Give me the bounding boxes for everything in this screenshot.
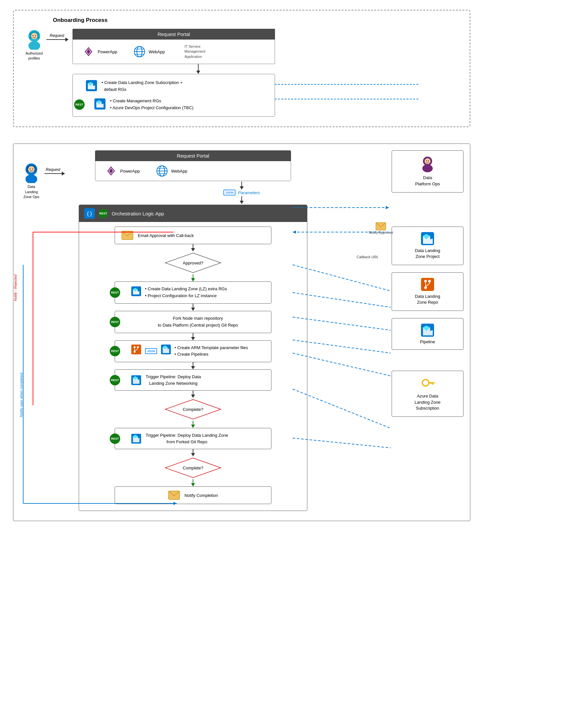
notify-rejected-label: Notify - Rejected	[13, 275, 17, 301]
rest-badge-arm: REST	[110, 346, 120, 356]
svg-marker-57	[191, 366, 195, 369]
json-badge-params: JSON	[223, 190, 235, 196]
powerapp-label-2: PowerApp	[120, 169, 140, 174]
rest-badge-tp2: REST	[110, 434, 120, 444]
request-portal-1: Request Portal PowerApp	[73, 29, 275, 64]
right-box-data-platform-ops: Data Platform Ops	[392, 150, 464, 192]
dlz-ops-icon	[23, 163, 40, 183]
authorized-person-label: Authorized profiles	[26, 51, 43, 61]
azure-devops-project-icon	[421, 232, 434, 245]
dlz-project-label: Data Landing Zone Project	[415, 248, 440, 260]
powerapp-item-1: PowerApp	[83, 46, 117, 57]
svg-point-22	[26, 175, 37, 183]
svg-point-4	[31, 33, 37, 39]
step2-wrapper: REST • Create Management RGs• Azure DevO…	[79, 98, 268, 111]
svg-marker-16	[196, 71, 200, 74]
authorized-person-icon	[26, 30, 43, 50]
azure-devops-icon-2	[94, 98, 106, 109]
onboarding-title: Onboarding Process	[53, 17, 460, 24]
fork-node-label: Fork Node main repository to Data Platfo…	[158, 316, 238, 328]
request-arrow-2: Request	[45, 173, 62, 174]
logic-app-icon: {}	[84, 208, 95, 219]
portal2-header: Request Portal	[95, 150, 291, 161]
rest-badge-lz: REST	[110, 287, 120, 298]
notify-approver-label: Notify Approver	[369, 231, 393, 234]
orch-flow: Email Approval with Call-back Approved?	[79, 227, 307, 504]
person-purple-icon	[420, 156, 435, 172]
approved-label: Approved?	[183, 261, 203, 265]
svg-point-25	[32, 169, 33, 170]
trigger-pipeline-2-box: REST Trigger Pipeline: Deploy Data Landi…	[115, 428, 271, 449]
dlz-ops-person: Data Landing Zone Ops	[17, 163, 46, 200]
portal2-apps: PowerApp WebApp	[95, 161, 291, 181]
notify-completed-label: Notify user when completed	[19, 373, 23, 417]
rest-badge-tp1: REST	[110, 375, 120, 385]
request-arrow-1: Request	[46, 39, 66, 40]
fork-node-box: REST Fork Node main repository to Data P…	[115, 311, 271, 333]
pipeline-icon-tp2	[131, 434, 141, 444]
onboarding-section: Onboarding Process	[13, 10, 470, 127]
webapp-icon-2	[156, 165, 168, 177]
it-service-label-1: IT Service Management Application	[185, 44, 205, 59]
full-diagram: Onboarding Process	[13, 10, 575, 521]
powerapp-item-2: PowerApp	[105, 165, 140, 177]
dlz-repo-label: Data Landing Zone Repo	[415, 293, 440, 305]
email-approval-box: Email Approval with Call-back	[115, 227, 271, 244]
complete1-label: Complete?	[183, 407, 203, 412]
trigger-pipeline-1-label: Trigger Pipeline: Deploy Data Landing Zo…	[146, 374, 201, 386]
dashed-right-2	[275, 99, 418, 99]
step1-text: • Create Data Landing Zone Subscription …	[102, 79, 183, 93]
main-flow: Request Portal PowerApp	[71, 150, 315, 511]
portal1-header: Request Portal	[73, 29, 275, 40]
svg-point-72	[422, 164, 433, 172]
git-fork-icon	[131, 344, 141, 354]
request-portal-2: Request Portal PowerApp	[95, 150, 291, 181]
complete2-label: Complete?	[183, 466, 203, 470]
webapp-item-1: WebApp	[134, 46, 165, 57]
svg-marker-47	[191, 308, 195, 311]
authorized-person: Authorized profiles	[20, 30, 48, 61]
create-arm-text: • Create ARM Template parameter files • …	[175, 344, 248, 358]
svg-marker-34	[240, 186, 244, 190]
svg-point-6	[35, 35, 36, 36]
notify-completion-box: Notify Completion	[115, 487, 271, 504]
webapp-item-2: WebApp	[156, 165, 188, 177]
email-icon-2	[168, 491, 180, 500]
svg-marker-41	[191, 248, 195, 251]
step2-text: • Create Management RGs• Azure DevOps Pr…	[110, 98, 193, 111]
steps-box-1: • Create Data Landing Zone Subscription …	[73, 74, 275, 117]
right-box-pipeline: Pipeline	[392, 318, 464, 350]
webapp-label-1: WebApp	[148, 49, 165, 54]
svg-point-73	[424, 158, 431, 164]
pipeline-icon-arm	[161, 344, 171, 354]
svg-marker-44	[191, 278, 195, 282]
notify-email-icon	[376, 222, 386, 231]
rest-badge-1: REST	[74, 99, 85, 110]
svg-point-24	[30, 169, 31, 170]
rest-badge-fork: REST	[110, 317, 120, 327]
azure-dlz-subscription-label: Azure Data Landing Zone Subscription	[414, 393, 441, 411]
orchestration-header: {} REST Orchestration Logic App	[79, 205, 307, 222]
approved-diamond-wrapper: Approved?	[164, 251, 222, 274]
json-badge-arm: JSON	[145, 348, 157, 354]
trigger-pipeline-1-box: REST Trigger Pipeline: Deploy Data Landi…	[115, 369, 271, 391]
create-arm-box: REST	[115, 340, 271, 363]
svg-point-80	[424, 286, 427, 289]
notify-approver-area: Notify Approver	[369, 222, 393, 234]
svg-marker-89	[386, 206, 389, 209]
svg-point-23	[28, 166, 35, 173]
parameters-label: Parameters	[238, 190, 260, 195]
pipeline-label: Pipeline	[420, 339, 435, 344]
powerapp-icon-2	[105, 165, 117, 177]
svg-point-51	[134, 346, 136, 348]
svg-point-52	[137, 346, 139, 348]
svg-marker-36	[240, 201, 244, 204]
svg-point-75	[428, 160, 429, 161]
svg-point-78	[424, 280, 427, 282]
webapp-icon-1	[134, 46, 145, 57]
svg-marker-69	[191, 483, 195, 487]
step1: • Create Data Landing Zone Subscription …	[79, 79, 268, 93]
svg-point-79	[428, 280, 431, 282]
orchestration-header-label: Orchestration Logic App	[112, 211, 164, 216]
key-icon	[420, 376, 435, 391]
